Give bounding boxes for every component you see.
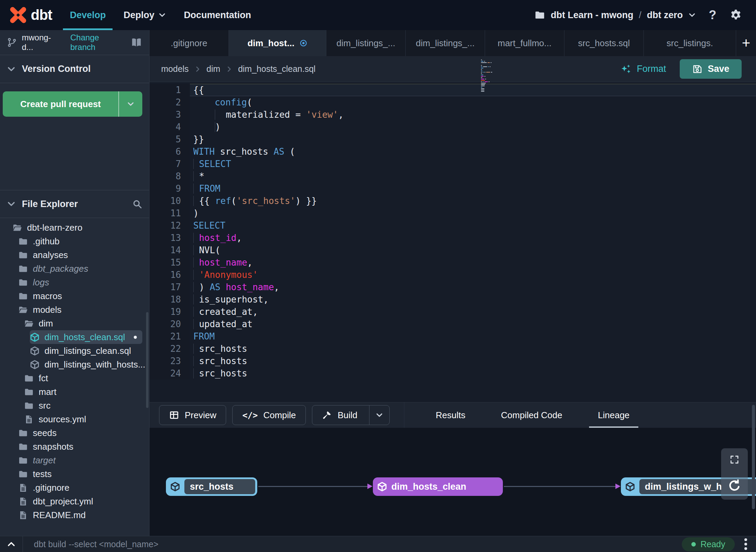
breadcrumb-models[interactable]: models: [161, 64, 189, 74]
account-name: dbt Learn - mwong: [551, 10, 633, 21]
minimap-line: [481, 76, 497, 77]
save-button[interactable]: Save: [680, 59, 742, 79]
lineage-node-dim_hosts_clean[interactable]: dim_hosts_clean: [373, 477, 503, 496]
code-line[interactable]: 19 created_at,: [149, 306, 756, 318]
nav-item-label: Documentation: [184, 10, 251, 21]
tree-item[interactable]: dbt_packages: [18, 262, 149, 275]
settings-gear-icon[interactable]: [729, 9, 742, 22]
nav-item-develop[interactable]: Develop: [61, 0, 115, 30]
file-tab[interactable]: src_listings.: [644, 30, 736, 56]
project-picker[interactable]: dbt Learn - mwong / dbt zero: [534, 10, 696, 21]
code-line[interactable]: 4 ): [149, 121, 756, 133]
lineage-node-src_hosts[interactable]: src_hosts: [166, 477, 257, 496]
tree-item[interactable]: dbt_project.yml: [18, 495, 149, 508]
file-tab[interactable]: dim_listings_...: [406, 30, 485, 56]
code-editor[interactable]: 1{{2 config(3 materialized = 'view',4 )5…: [149, 82, 756, 402]
tab-results[interactable]: Results: [418, 402, 483, 428]
file-tab[interactable]: dim_host...: [229, 30, 326, 56]
code-line[interactable]: 22 src_hosts: [149, 343, 756, 355]
tree-item[interactable]: target: [18, 453, 149, 467]
tree-item[interactable]: src: [24, 399, 149, 412]
code-line[interactable]: 17 ) AS host_name,: [149, 281, 756, 293]
preview-button[interactable]: Preview: [159, 405, 226, 425]
unsaved-dot: [134, 336, 137, 339]
code-line[interactable]: 16 'Anonymous': [149, 269, 756, 281]
code-line[interactable]: 20 updated_at: [149, 318, 756, 330]
code-line[interactable]: 13 host_id,: [149, 232, 756, 244]
code-line[interactable]: 18 is_superhost,: [149, 293, 756, 306]
refresh-icon[interactable]: [727, 478, 742, 493]
build-button[interactable]: Build: [312, 405, 390, 425]
tree-item[interactable]: mart: [24, 385, 149, 399]
lineage-canvas[interactable]: src_hostsdim_hosts_cleandim_listings_w_h: [149, 428, 756, 536]
tree-item[interactable]: snapshots: [18, 440, 149, 453]
search-icon[interactable]: [132, 199, 142, 209]
code-line[interactable]: 21FROM: [149, 330, 756, 343]
tree-item[interactable]: fct: [24, 371, 149, 385]
tree-item[interactable]: README.md: [18, 508, 149, 522]
file-tab[interactable]: dim_listings_...: [326, 30, 406, 56]
file-tab[interactable]: mart_fullmo...: [485, 30, 564, 56]
tree-item[interactable]: seeds: [18, 426, 149, 440]
version-control-header[interactable]: Version Control: [0, 55, 149, 83]
build-options-caret[interactable]: [369, 406, 389, 425]
tree-item[interactable]: models: [18, 303, 149, 317]
tree-item[interactable]: dim: [24, 317, 149, 330]
folder-icon: [18, 442, 28, 452]
code-line[interactable]: 23 src_hosts: [149, 355, 756, 367]
help-button[interactable]: ?: [709, 8, 716, 22]
code-line[interactable]: 14 NVL(: [149, 244, 756, 256]
tree-item[interactable]: .gitignore: [18, 481, 149, 495]
code-line[interactable]: 3 materialized = 'view',: [149, 108, 756, 121]
code-line[interactable]: 5}}: [149, 133, 756, 145]
dbt-logo[interactable]: dbt: [0, 7, 61, 24]
tree-item[interactable]: dim_listings_clean.sql: [30, 344, 149, 358]
tree-item[interactable]: dbt-learn-zero: [12, 221, 149, 234]
panel-scrollbar[interactable]: [752, 405, 755, 509]
tree-item-label: analyses: [33, 250, 68, 260]
create-pull-request-button[interactable]: Create pull request: [3, 91, 142, 117]
code-line[interactable]: 11): [149, 207, 756, 219]
kebab-menu-icon[interactable]: [743, 537, 748, 551]
code-line[interactable]: 24 src_hosts: [149, 367, 756, 380]
tab-lineage[interactable]: Lineage: [580, 402, 648, 428]
create-pull-request-label[interactable]: Create pull request: [3, 91, 119, 117]
tree-item[interactable]: macros: [18, 289, 149, 303]
new-tab-button[interactable]: +: [736, 30, 756, 56]
pull-request-options-caret[interactable]: [119, 91, 142, 117]
code-line[interactable]: 12SELECT: [149, 219, 756, 232]
tree-item[interactable]: sources.yml: [24, 412, 149, 426]
command-input[interactable]: dbt build --select <model_name>: [23, 539, 158, 549]
tree-item[interactable]: analyses: [18, 248, 149, 262]
nav-item-deploy[interactable]: Deploy: [115, 0, 175, 30]
brand-text: dbt: [31, 7, 52, 23]
line-number: 22: [149, 343, 190, 355]
code-line[interactable]: 8 *: [149, 170, 756, 182]
file-tab[interactable]: src_hosts.sql: [564, 30, 644, 56]
tree-item[interactable]: .github: [18, 234, 149, 248]
code-line[interactable]: 2 config(: [149, 96, 756, 108]
tree-item[interactable]: logs: [18, 275, 149, 289]
code-line[interactable]: 1{{: [149, 84, 756, 96]
tree-item[interactable]: dim_listings_with_hosts...: [30, 358, 149, 371]
tree-item[interactable]: dim_hosts_clean.sql: [30, 330, 142, 344]
file-tab[interactable]: .gitignore: [149, 30, 229, 56]
editor-minimap[interactable]: [481, 60, 497, 92]
code-line[interactable]: 10 {{ ref('src_hosts') }}: [149, 195, 756, 207]
code-line[interactable]: 15 host_name,: [149, 256, 756, 269]
compile-button[interactable]: </>Compile: [232, 405, 306, 425]
file-explorer-header[interactable]: File Explorer: [0, 190, 149, 218]
code-line[interactable]: 6WITH src_hosts AS (: [149, 145, 756, 158]
format-button[interactable]: Format: [620, 63, 666, 75]
tree-item[interactable]: tests: [18, 467, 149, 481]
breadcrumb-dim[interactable]: dim: [207, 64, 220, 74]
tab-compiled-code[interactable]: Compiled Code: [483, 402, 580, 428]
code-line[interactable]: 7 SELECT: [149, 158, 756, 170]
fullscreen-icon[interactable]: [729, 454, 740, 465]
nav-item-documentation[interactable]: Documentation: [175, 0, 260, 30]
docs-book-icon[interactable]: [131, 37, 142, 48]
expand-command-bar-button[interactable]: [0, 536, 23, 552]
code-line[interactable]: 9 FROM: [149, 182, 756, 195]
change-branch-link[interactable]: Change branch: [70, 33, 126, 52]
sidebar-scrollbar[interactable]: [146, 312, 148, 408]
